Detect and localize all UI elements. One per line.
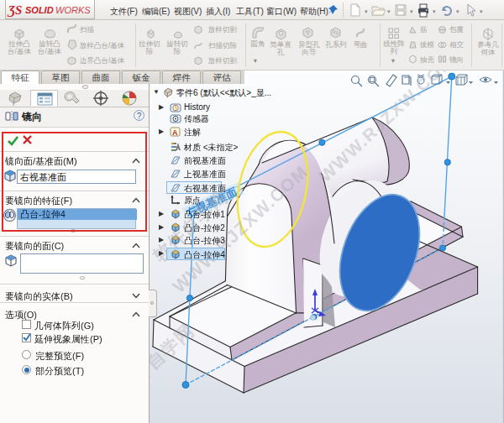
svg-text:ƷS: ƷS bbox=[7, 3, 22, 17]
svg-text:A: A bbox=[172, 128, 178, 136]
svg-text:WORKS: WORKS bbox=[55, 5, 91, 15]
svg-text:SOLID: SOLID bbox=[25, 5, 54, 15]
